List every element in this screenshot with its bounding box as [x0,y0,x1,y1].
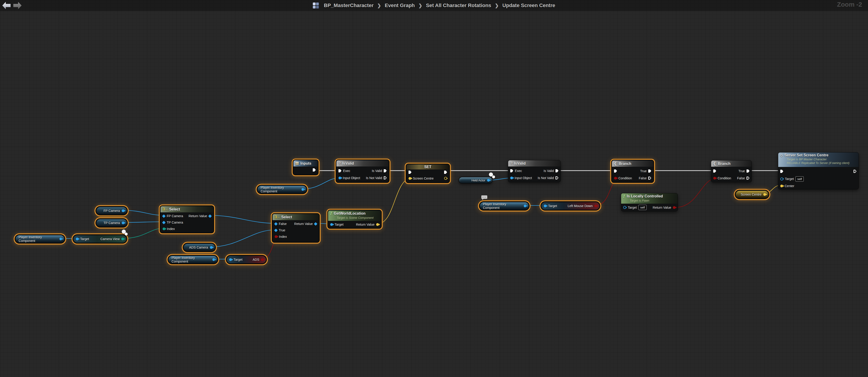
wildcard-in-pin[interactable] [274,222,278,226]
exec-out-pin[interactable] [648,177,651,180]
node-set-screen-centre[interactable]: SET Screen Centre [406,164,450,182]
bool-out-pin[interactable] [261,258,264,261]
pill-screen-centre[interactable]: Screen Centre [735,190,769,199]
pill-player-inventory-component[interactable]: Player Inventory Component [15,235,65,243]
node-isvalid-1[interactable]: ? IsValid Exec Is Valid Input Object Is … [336,160,389,182]
self-value-box[interactable]: self [796,176,804,182]
bool-in-pin[interactable] [713,177,716,179]
node-get-world-location[interactable]: ƒ GetWorldLocation Target is Scene Compo… [328,210,381,228]
pin-label: True [279,229,285,232]
pill-ads-camera[interactable]: ADS Camera [183,243,215,251]
pill-fp-camera[interactable]: FP Camera [96,207,127,215]
function-icon: ƒ [330,211,332,216]
function-icon: ƒ [623,194,625,199]
object-in-pin[interactable] [229,258,232,261]
enum-in-pin[interactable] [162,228,165,230]
exec-in-pin[interactable] [614,169,617,173]
pin-label: Target [335,223,343,226]
object-in-pin[interactable] [76,238,79,240]
vector-in-pin[interactable] [780,184,783,187]
exec-in-pin[interactable] [408,171,411,174]
enum-out-pin[interactable] [121,238,124,240]
object-in-pin[interactable] [780,177,783,180]
node-select-camera[interactable]: Ǝ→ Select FP Camera Return Value TP Came… [160,206,214,233]
node-header: ƒ Is Locally Controlled Target is Pawn [621,193,678,204]
exec-out-pin[interactable] [556,169,558,172]
object-in-pin[interactable] [544,205,547,207]
pill-target-camera-view[interactable]: Target Camera View [73,235,127,243]
pill-player-inventory-component[interactable]: Player Inventory Component [168,255,218,264]
pill-target-ads[interactable]: Target ADS [226,255,267,264]
wildcard-out-pin[interactable] [208,214,212,218]
bool-out-pin[interactable] [594,205,597,207]
object-out-pin[interactable] [60,238,62,240]
node-inputs[interactable]: Inputs [293,160,318,175]
object-in-pin[interactable] [330,223,333,226]
exec-in-pin[interactable] [713,169,716,173]
bool-out-pin[interactable] [673,206,676,209]
pill-player-inventory-component[interactable]: Player Inventory Component [257,185,307,194]
pin-label: Is Valid [544,169,554,173]
node-is-locally-controlled[interactable]: ƒ Is Locally Controlled Target is Pawn T… [621,193,678,211]
blueprint-canvas[interactable]: BP_MasterCharacter ❯ Event Graph ❯ Set A… [0,0,868,377]
exec-out-pin[interactable] [746,169,749,173]
breadcrumb-item[interactable]: Event Graph [384,2,415,8]
vector-out-pin[interactable] [444,177,447,180]
node-isvalid-2[interactable]: ? IsValid Exec Is Valid Input Object Is … [508,160,561,182]
comment-bubble-icon[interactable] [481,195,487,199]
node-branch-1[interactable]: ❮ Branch True Condition False [612,160,653,182]
vector-in-pin[interactable] [408,177,411,180]
pill-player-inventory-component[interactable]: Player Inventory Component [479,202,529,210]
object-out-pin[interactable] [122,209,124,212]
pill-tp-camera[interactable]: TP Camera [96,219,127,227]
object-out-pin[interactable] [487,179,490,182]
breadcrumb-item[interactable]: Update Screen Centre [502,2,555,8]
wire-layer [0,0,868,377]
exec-out-pin[interactable] [854,170,857,173]
exec-out-pin[interactable] [556,176,558,179]
bool-in-pin[interactable] [275,235,277,238]
exec-out-pin[interactable] [384,176,387,179]
object-out-pin[interactable] [524,205,526,207]
node-select-ads[interactable]: Ǝ→ Select False Return Value True Index [272,214,319,242]
exec-in-pin[interactable] [780,170,783,173]
exec-in-pin[interactable] [339,169,341,172]
self-value-box[interactable]: self [639,205,647,210]
vector-out-pin[interactable] [376,223,379,226]
object-in-pin[interactable] [510,177,513,179]
wildcard-in-pin[interactable] [162,220,166,224]
pin-label: False [737,176,745,180]
node-branch-2[interactable]: ❮ Branch True Condition False [711,160,752,182]
exec-out-pin[interactable] [648,169,651,173]
node-title: SET [424,165,431,169]
object-out-pin[interactable] [210,246,213,249]
chevron-right-icon: ❯ [377,3,381,8]
pill-target-left-mouse-down[interactable]: Target Left Mouse Down [541,202,600,210]
breadcrumb-item[interactable]: BP_MasterCharacter [324,2,373,8]
pill-label: Camera View [100,237,120,241]
pin-label: Is Not Valid [366,176,382,180]
node-header: ? IsValid [336,160,389,167]
exec-out-pin[interactable] [384,169,387,172]
select-icon: Ǝ→ [274,215,280,219]
vector-out-pin[interactable] [763,193,766,196]
node-server-set-screen-centre[interactable]: ◇ Server Set Screen Centre Target is BP … [778,152,859,190]
object-in-pin[interactable] [339,177,341,179]
breadcrumb-item[interactable]: Set All Character Rotations [426,2,491,8]
object-out-pin[interactable] [212,258,215,261]
wildcard-out-pin[interactable] [314,222,317,226]
exec-in-pin[interactable] [510,169,513,172]
wildcard-in-pin[interactable] [274,229,278,232]
blueprint-icon [313,2,319,8]
wildcard-in-pin[interactable] [162,214,166,218]
object-in-pin[interactable] [623,206,626,209]
pill-held-actor[interactable]: Held Actor [459,177,493,184]
pin-label: Exec [515,169,522,173]
pin-label: Center [785,184,794,188]
bool-in-pin[interactable] [614,177,617,179]
exec-out-pin[interactable] [746,177,749,180]
object-out-pin[interactable] [302,188,304,191]
exec-out-pin[interactable] [444,171,447,174]
object-out-pin[interactable] [122,221,124,224]
exec-out-pin[interactable] [313,168,316,172]
